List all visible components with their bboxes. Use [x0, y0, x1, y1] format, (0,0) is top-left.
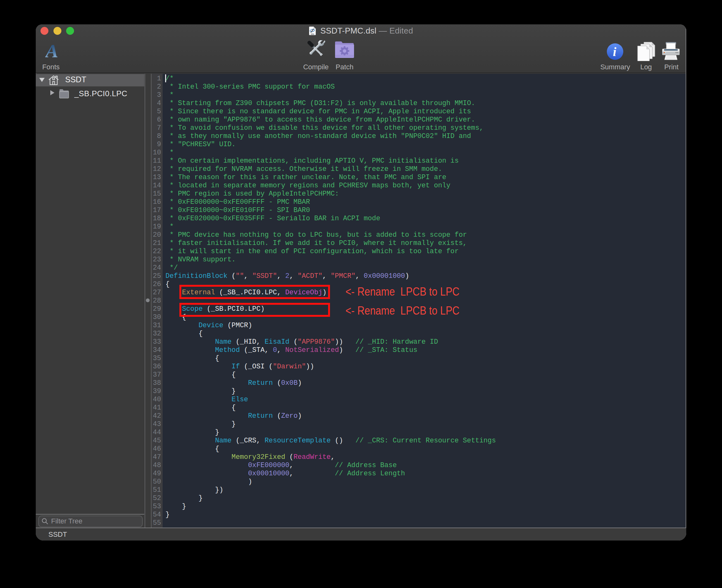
- svg-text:DSL: DSL: [311, 33, 315, 35]
- svg-text:i: i: [613, 45, 616, 59]
- svg-text:A: A: [45, 43, 58, 60]
